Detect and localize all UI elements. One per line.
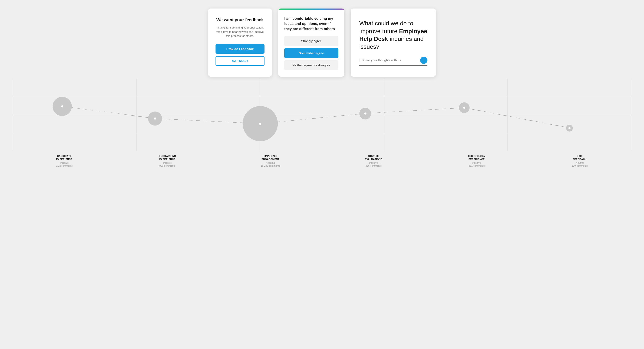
card2-body: I am comfortable voicing my ideas and op… (278, 10, 344, 77)
card3-input-wrapper: | › (359, 57, 428, 65)
bubble-course (360, 108, 371, 119)
survey-card: I am comfortable voicing my ideas and op… (278, 8, 344, 77)
label-onboarding-title: ONBOARDINGEXPERIENCE (118, 154, 217, 161)
label-technology-comments: 311 comments (427, 164, 526, 167)
open-text-card: What could we do to improve future Emplo… (351, 8, 436, 77)
label-candidate: CANDIDATEEXPERIENCE Positive 1.2k commen… (13, 154, 116, 167)
card1-title: We want your feedback (216, 17, 264, 22)
page-wrapper: We want your feedback Thanks for submitt… (0, 0, 644, 349)
bubble-onboarding (148, 111, 162, 126)
label-course-sentiment: Positive (324, 162, 423, 164)
vertical-grid-lines (13, 79, 631, 151)
survey-option-strongly-agree[interactable]: Strongly agree (284, 36, 338, 46)
dashed-connector-svg (13, 79, 631, 151)
h-grid-line-3 (13, 133, 631, 133)
label-exit-sentiment: Neutral (530, 162, 629, 164)
label-employee-sentiment: Negative (221, 162, 320, 164)
cards-section: We want your feedback Thanks for submitt… (0, 0, 644, 77)
label-employee-comments: 15,285 comments (221, 164, 320, 167)
bubble-center-candidate (61, 105, 63, 107)
bubble-exit (566, 125, 573, 131)
label-course-comments: 456 comments (324, 164, 423, 167)
bubble-center-exit (568, 127, 570, 129)
bubbles-area (13, 79, 631, 151)
h-grid-line-2 (13, 115, 631, 115)
provide-feedback-button[interactable]: Provide Feedback (216, 44, 264, 54)
label-employee: EMPLOYEEENGAGEMENT Negative 15,285 comme… (219, 154, 322, 167)
label-technology-title: TECHNOLOGYEXPERIENCE (427, 154, 526, 161)
label-course-title: COURSEEVALUATIONS (324, 154, 423, 161)
survey-option-neither[interactable]: Neither agree nor disagree (284, 60, 338, 70)
bubble-employee (242, 106, 278, 141)
label-candidate-sentiment: Positive (15, 162, 114, 164)
card2-question: I am comfortable voicing my ideas and op… (284, 16, 338, 31)
bubble-center-technology (463, 107, 465, 109)
label-exit: EXITFEEDBACK Neutral 120 comments (528, 154, 631, 167)
grid-line-1 (13, 79, 13, 151)
bubble-technology (459, 102, 470, 113)
horizontal-grid-lines (13, 79, 631, 151)
chart-labels: CANDIDATEEXPERIENCE Positive 1.2k commen… (13, 151, 631, 167)
label-onboarding-sentiment: Positive (118, 162, 217, 164)
grid-line-6 (631, 79, 631, 151)
bubble-center-employee (259, 123, 261, 125)
label-technology-sentiment: Positive (427, 162, 526, 164)
chart-grid: CANDIDATEEXPERIENCE Positive 1.2k commen… (13, 79, 631, 167)
grid-line-2 (136, 79, 137, 151)
card3-input[interactable] (362, 58, 418, 62)
label-candidate-title: CANDIDATEEXPERIENCE (15, 154, 114, 161)
card3-cursor: | (359, 58, 360, 62)
label-onboarding-comments: 960 comments (118, 164, 217, 167)
card3-submit-button[interactable]: › (420, 57, 428, 64)
chart-section: CANDIDATEEXPERIENCE Positive 1.2k commen… (0, 79, 644, 176)
label-technology: TECHNOLOGYEXPERIENCE Positive 311 commen… (425, 154, 528, 167)
card1-subtitle: Thanks for submitting your application. … (216, 25, 264, 38)
label-candidate-comments: 1.2k comments (15, 164, 114, 167)
grid-line-5 (507, 79, 508, 151)
bubble-center-onboarding (154, 117, 156, 120)
card3-question: What could we do to improve future Emplo… (359, 19, 428, 51)
label-exit-title: EXITFEEDBACK (530, 154, 629, 161)
label-exit-comments: 120 comments (530, 164, 629, 167)
feedback-request-card: We want your feedback Thanks for submitt… (208, 8, 272, 77)
label-onboarding: ONBOARDINGEXPERIENCE Positive 960 commen… (116, 154, 219, 167)
label-course: COURSEEVALUATIONS Positive 456 comments (322, 154, 425, 167)
label-employee-title: EMPLOYEEENGAGEMENT (221, 154, 320, 161)
bubble-candidate (52, 97, 72, 116)
grid-line-4 (384, 79, 384, 151)
survey-option-somewhat-agree[interactable]: Somewhat agree (284, 48, 338, 58)
bubble-center-course (364, 113, 366, 115)
arrow-right-icon: › (423, 58, 424, 62)
card2-gradient-bar (278, 8, 344, 10)
no-thanks-button[interactable]: No Thanks (216, 56, 264, 66)
